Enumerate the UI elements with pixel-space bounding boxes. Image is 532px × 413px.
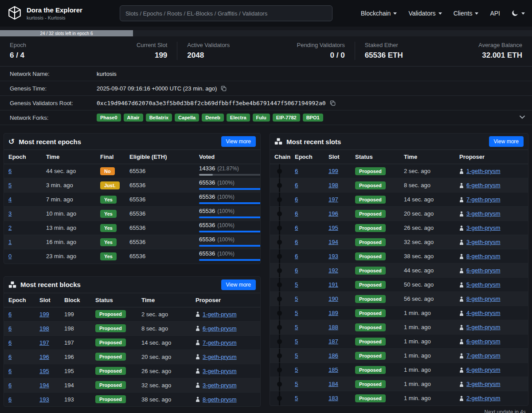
proposer-link[interactable]: 1-geth-prysm (203, 311, 237, 318)
fork-badge: Fulu (253, 114, 270, 122)
slot-link[interactable]: 197 (39, 339, 49, 346)
slot-link[interactable]: 193 (39, 396, 49, 403)
view-more-button[interactable]: View more (489, 136, 524, 147)
epoch-link[interactable]: 5 (295, 310, 298, 316)
slot-link[interactable]: 197 (329, 196, 338, 203)
cubes-icon (8, 281, 16, 288)
proposer-link[interactable]: 8-geth-prysm (466, 253, 501, 260)
epoch-link[interactable]: 6 (295, 168, 298, 174)
epoch-link[interactable]: 0 (8, 253, 12, 260)
epoch-link[interactable]: 6 (8, 396, 12, 403)
slot-link[interactable]: 185 (329, 366, 338, 373)
slot-link[interactable]: 187 (329, 338, 338, 345)
view-more-button[interactable]: View more (221, 279, 256, 290)
epoch-row: 3 10 min. ago Yes 65536 65536(100%) (4, 207, 260, 221)
slot-link[interactable]: 199 (39, 311, 49, 318)
epoch-link[interactable]: 6 (295, 210, 298, 217)
proposer-link[interactable]: 6-geth-prysm (466, 366, 501, 373)
nav-clients[interactable]: Clients (454, 10, 479, 17)
slot-link[interactable]: 193 (329, 253, 338, 260)
proposer-link[interactable]: 7-geth-prysm (466, 196, 501, 203)
epoch-link[interactable]: 6 (8, 368, 12, 374)
epoch-link[interactable]: 3 (8, 210, 12, 217)
slot-link[interactable]: 194 (39, 382, 49, 389)
epoch-link[interactable]: 6 (8, 354, 12, 360)
slot-link[interactable]: 196 (39, 354, 49, 360)
epoch-link[interactable]: 6 (295, 182, 298, 189)
epoch-link[interactable]: 5 (8, 182, 12, 189)
theme-toggle[interactable] (512, 9, 525, 18)
proposer-link[interactable]: 5-geth-prysm (466, 324, 501, 330)
voted-percent: (21.87%) (217, 165, 239, 172)
proposer-link[interactable]: 3-geth-prysm (466, 239, 501, 245)
epoch-link[interactable]: 6 (295, 253, 298, 260)
slot-link[interactable]: 198 (39, 325, 49, 332)
proposer-link[interactable]: 2-geth-prysm (466, 395, 501, 401)
epoch-link[interactable]: 5 (295, 295, 298, 302)
slot-link[interactable]: 198 (329, 182, 338, 189)
slot-link[interactable]: 194 (329, 239, 338, 245)
epoch-link[interactable]: 2 (8, 224, 12, 231)
proposer-link[interactable]: 1-geth-prysm (466, 168, 501, 174)
epoch-link[interactable]: 1 (8, 239, 12, 245)
proposer-link[interactable]: 7-geth-prysm (466, 352, 501, 359)
proposer-link[interactable]: 6-geth-prysm (466, 267, 501, 274)
slot-link[interactable]: 184 (329, 381, 338, 387)
epoch-link[interactable]: 4 (8, 196, 12, 203)
slot-link[interactable]: 195 (329, 224, 338, 231)
proposer-link[interactable]: 8-geth-prysm (466, 295, 501, 302)
slot-link[interactable]: 192 (329, 267, 338, 274)
proposer-link[interactable]: 3-geth-prysm (203, 382, 237, 389)
proposer-link[interactable]: 3-geth-prysm (466, 210, 501, 217)
copy-icon[interactable] (221, 86, 227, 91)
proposer-link[interactable]: 3-geth-prysm (466, 224, 501, 231)
column-header: Time (42, 150, 96, 164)
brand[interactable]: Dora the Explorer kurtosis - Kurtosis (7, 5, 82, 22)
epoch-link[interactable]: 6 (8, 382, 12, 389)
slot-link[interactable]: 191 (329, 281, 338, 288)
slot-link[interactable]: 183 (329, 395, 338, 401)
proposer-link[interactable]: 6-geth-prysm (203, 325, 237, 332)
brand-subtitle: kurtosis - Kurtosis (27, 15, 82, 20)
slot-link[interactable]: 188 (329, 324, 338, 330)
slot-link[interactable]: 199 (329, 168, 338, 174)
slot-link[interactable]: 189 (329, 310, 338, 316)
copy-icon[interactable] (330, 100, 336, 106)
epoch-link[interactable]: 5 (295, 381, 298, 387)
epoch-link[interactable]: 6 (295, 196, 298, 203)
epoch-link[interactable]: 6 (8, 311, 12, 318)
epoch-link[interactable]: 5 (295, 395, 298, 401)
epoch-link[interactable]: 6 (295, 267, 298, 274)
proposer-link[interactable]: 4-geth-prysm (466, 310, 501, 316)
slot-link[interactable]: 195 (39, 368, 49, 374)
validator-icon (459, 367, 464, 373)
voted-progress-bar (199, 188, 261, 190)
view-more-button[interactable]: View more (221, 136, 256, 147)
forks-collapse-chevron[interactable] (519, 114, 526, 122)
slot-link[interactable]: 190 (329, 295, 338, 302)
slot-link[interactable]: 186 (329, 352, 338, 359)
proposer-link[interactable]: 7-geth-prysm (203, 339, 237, 346)
epoch-link[interactable]: 6 (8, 339, 12, 346)
epoch-link[interactable]: 6 (8, 168, 12, 174)
epoch-link[interactable]: 6 (295, 224, 298, 231)
epoch-link[interactable]: 6 (295, 239, 298, 245)
search-input[interactable] (120, 5, 332, 21)
nav-blockchain[interactable]: Blockchain (361, 10, 397, 17)
proposer-link[interactable]: 3-geth-prysm (203, 368, 237, 374)
epoch-link[interactable]: 5 (295, 338, 298, 345)
epoch-link[interactable]: 5 (295, 324, 298, 330)
epoch-link[interactable]: 5 (295, 352, 298, 359)
nav-validators[interactable]: Validators (408, 10, 442, 17)
proposer-link[interactable]: 3-geth-prysm (203, 354, 237, 360)
proposer-link[interactable]: 3-geth-prysm (466, 381, 501, 387)
epoch-link[interactable]: 5 (295, 366, 298, 373)
slot-link[interactable]: 196 (329, 210, 338, 217)
proposer-link[interactable]: 6-geth-prysm (466, 182, 501, 189)
proposer-link[interactable]: 5-geth-prysm (466, 281, 501, 288)
proposer-link[interactable]: 6-geth-prysm (466, 338, 501, 345)
epoch-link[interactable]: 6 (8, 325, 12, 332)
proposer-link[interactable]: 8-geth-prysm (203, 396, 237, 403)
epoch-link[interactable]: 5 (295, 281, 298, 288)
nav-api[interactable]: API (490, 10, 500, 17)
